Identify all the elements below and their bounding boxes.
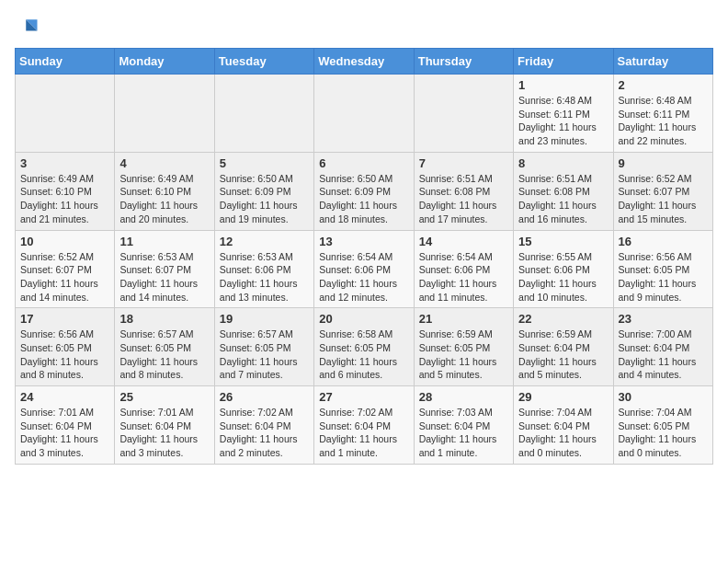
day-number: 17 — [20, 312, 109, 326]
day-number: 13 — [319, 235, 408, 248]
weekday-header-monday: Monday — [115, 49, 214, 75]
day-info: Sunrise: 7:02 AM Sunset: 6:04 PM Dayligh… — [319, 406, 408, 460]
calendar-cell: 25Sunrise: 7:01 AM Sunset: 6:04 PM Dayli… — [115, 386, 214, 465]
calendar-cell: 21Sunrise: 6:59 AM Sunset: 6:05 PM Dayli… — [414, 308, 513, 386]
calendar-cell — [214, 75, 313, 153]
day-info: Sunrise: 6:59 AM Sunset: 6:04 PM Dayligh… — [518, 327, 608, 382]
day-number: 23 — [619, 312, 708, 326]
day-info: Sunrise: 6:59 AM Sunset: 6:05 PM Dayligh… — [419, 327, 508, 382]
day-number: 16 — [619, 235, 708, 248]
calendar: SundayMondayTuesdayWednesdayThursdayFrid… — [15, 48, 713, 465]
calendar-cell: 2Sunrise: 6:48 AM Sunset: 6:11 PM Daylig… — [613, 75, 712, 153]
day-info: Sunrise: 7:03 AM Sunset: 6:04 PM Dayligh… — [419, 406, 508, 460]
day-number: 26 — [220, 390, 309, 404]
calendar-cell: 9Sunrise: 6:52 AM Sunset: 6:07 PM Daylig… — [613, 152, 712, 230]
day-number: 2 — [619, 78, 708, 92]
calendar-cell: 26Sunrise: 7:02 AM Sunset: 6:04 PM Dayli… — [214, 386, 313, 465]
calendar-cell: 12Sunrise: 6:53 AM Sunset: 6:06 PM Dayli… — [214, 230, 313, 308]
calendar-cell — [314, 75, 414, 153]
day-info: Sunrise: 6:50 AM Sunset: 6:09 PM Dayligh… — [220, 172, 309, 226]
day-info: Sunrise: 6:52 AM Sunset: 6:07 PM Dayligh… — [20, 250, 109, 304]
day-info: Sunrise: 6:51 AM Sunset: 6:08 PM Dayligh… — [518, 172, 608, 226]
day-number: 27 — [319, 390, 408, 404]
calendar-cell: 19Sunrise: 6:57 AM Sunset: 6:05 PM Dayli… — [214, 308, 313, 386]
calendar-cell — [16, 75, 115, 153]
calendar-cell: 30Sunrise: 7:04 AM Sunset: 6:05 PM Dayli… — [613, 386, 712, 465]
day-info: Sunrise: 7:01 AM Sunset: 6:04 PM Dayligh… — [20, 406, 109, 460]
day-number: 19 — [220, 312, 309, 326]
calendar-cell: 20Sunrise: 6:58 AM Sunset: 6:05 PM Dayli… — [314, 308, 414, 386]
weekday-header-friday: Friday — [514, 49, 613, 75]
day-info: Sunrise: 6:54 AM Sunset: 6:06 PM Dayligh… — [419, 250, 508, 304]
day-number: 15 — [518, 235, 608, 248]
calendar-week-0: 1Sunrise: 6:48 AM Sunset: 6:11 PM Daylig… — [16, 75, 713, 153]
calendar-cell: 8Sunrise: 6:51 AM Sunset: 6:08 PM Daylig… — [514, 152, 613, 230]
calendar-cell: 13Sunrise: 6:54 AM Sunset: 6:06 PM Dayli… — [314, 230, 414, 308]
day-info: Sunrise: 6:58 AM Sunset: 6:05 PM Dayligh… — [319, 327, 408, 382]
day-info: Sunrise: 6:55 AM Sunset: 6:06 PM Dayligh… — [518, 250, 608, 304]
day-info: Sunrise: 7:04 AM Sunset: 6:05 PM Dayligh… — [619, 406, 708, 460]
day-info: Sunrise: 6:57 AM Sunset: 6:05 PM Dayligh… — [119, 327, 209, 382]
weekday-header-wednesday: Wednesday — [314, 49, 414, 75]
day-number: 7 — [419, 156, 508, 170]
calendar-cell: 17Sunrise: 6:56 AM Sunset: 6:05 PM Dayli… — [16, 308, 115, 386]
logo-icon — [15, 15, 40, 40]
page-header — [15, 15, 713, 40]
calendar-week-4: 24Sunrise: 7:01 AM Sunset: 6:04 PM Dayli… — [16, 386, 713, 465]
calendar-week-1: 3Sunrise: 6:49 AM Sunset: 6:10 PM Daylig… — [16, 152, 713, 230]
day-info: Sunrise: 6:48 AM Sunset: 6:11 PM Dayligh… — [619, 94, 708, 148]
day-info: Sunrise: 6:57 AM Sunset: 6:05 PM Dayligh… — [220, 327, 309, 382]
day-number: 4 — [119, 156, 209, 170]
day-info: Sunrise: 6:56 AM Sunset: 6:05 PM Dayligh… — [619, 250, 708, 304]
day-info: Sunrise: 6:56 AM Sunset: 6:05 PM Dayligh… — [20, 327, 109, 382]
day-info: Sunrise: 7:04 AM Sunset: 6:04 PM Dayligh… — [518, 406, 608, 460]
day-number: 14 — [419, 235, 508, 248]
day-number: 20 — [319, 312, 408, 326]
calendar-cell: 5Sunrise: 6:50 AM Sunset: 6:09 PM Daylig… — [214, 152, 313, 230]
calendar-cell: 10Sunrise: 6:52 AM Sunset: 6:07 PM Dayli… — [16, 230, 115, 308]
logo — [15, 15, 44, 40]
day-number: 11 — [119, 235, 209, 248]
day-info: Sunrise: 6:50 AM Sunset: 6:09 PM Dayligh… — [319, 172, 408, 226]
day-info: Sunrise: 7:01 AM Sunset: 6:04 PM Dayligh… — [119, 406, 209, 460]
day-number: 9 — [619, 156, 708, 170]
day-info: Sunrise: 6:49 AM Sunset: 6:10 PM Dayligh… — [119, 172, 209, 226]
day-number: 18 — [119, 312, 209, 326]
day-info: Sunrise: 7:02 AM Sunset: 6:04 PM Dayligh… — [220, 406, 309, 460]
day-number: 21 — [419, 312, 508, 326]
calendar-cell — [115, 75, 214, 153]
calendar-cell: 15Sunrise: 6:55 AM Sunset: 6:06 PM Dayli… — [514, 230, 613, 308]
day-number: 5 — [220, 156, 309, 170]
day-number: 8 — [518, 156, 608, 170]
weekday-header-row: SundayMondayTuesdayWednesdayThursdayFrid… — [16, 49, 713, 75]
day-info: Sunrise: 6:53 AM Sunset: 6:07 PM Dayligh… — [119, 250, 209, 304]
weekday-header-sunday: Sunday — [16, 49, 115, 75]
calendar-cell — [414, 75, 513, 153]
calendar-cell: 24Sunrise: 7:01 AM Sunset: 6:04 PM Dayli… — [16, 386, 115, 465]
day-info: Sunrise: 6:52 AM Sunset: 6:07 PM Dayligh… — [619, 172, 708, 226]
calendar-cell: 27Sunrise: 7:02 AM Sunset: 6:04 PM Dayli… — [314, 386, 414, 465]
calendar-cell: 29Sunrise: 7:04 AM Sunset: 6:04 PM Dayli… — [514, 386, 613, 465]
day-number: 29 — [518, 390, 608, 404]
calendar-cell: 14Sunrise: 6:54 AM Sunset: 6:06 PM Dayli… — [414, 230, 513, 308]
day-info: Sunrise: 6:53 AM Sunset: 6:06 PM Dayligh… — [220, 250, 309, 304]
calendar-cell: 1Sunrise: 6:48 AM Sunset: 6:11 PM Daylig… — [514, 75, 613, 153]
calendar-cell: 16Sunrise: 6:56 AM Sunset: 6:05 PM Dayli… — [613, 230, 712, 308]
day-number: 10 — [20, 235, 109, 248]
day-info: Sunrise: 6:54 AM Sunset: 6:06 PM Dayligh… — [319, 250, 408, 304]
weekday-header-tuesday: Tuesday — [214, 49, 313, 75]
day-info: Sunrise: 7:00 AM Sunset: 6:04 PM Dayligh… — [619, 327, 708, 382]
calendar-cell: 7Sunrise: 6:51 AM Sunset: 6:08 PM Daylig… — [414, 152, 513, 230]
calendar-week-3: 17Sunrise: 6:56 AM Sunset: 6:05 PM Dayli… — [16, 308, 713, 386]
weekday-header-thursday: Thursday — [414, 49, 513, 75]
day-number: 30 — [619, 390, 708, 404]
day-number: 3 — [20, 156, 109, 170]
day-number: 22 — [518, 312, 608, 326]
day-number: 12 — [220, 235, 309, 248]
day-info: Sunrise: 6:51 AM Sunset: 6:08 PM Dayligh… — [419, 172, 508, 226]
day-number: 6 — [319, 156, 408, 170]
day-number: 24 — [20, 390, 109, 404]
day-number: 28 — [419, 390, 508, 404]
calendar-cell: 28Sunrise: 7:03 AM Sunset: 6:04 PM Dayli… — [414, 386, 513, 465]
calendar-cell: 6Sunrise: 6:50 AM Sunset: 6:09 PM Daylig… — [314, 152, 414, 230]
